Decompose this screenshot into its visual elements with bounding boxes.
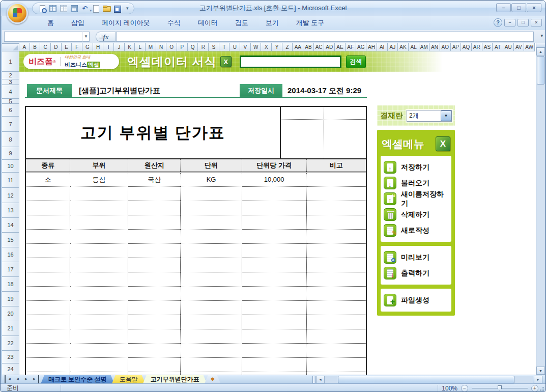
row-header-cell[interactable]: 1: [2, 51, 19, 72]
table-cell[interactable]: [306, 243, 366, 258]
column-header-cell[interactable]: AW: [524, 43, 535, 51]
table-cell[interactable]: [242, 272, 306, 286]
table-header-cell[interactable]: 종류: [26, 159, 70, 172]
table-cell[interactable]: [70, 186, 128, 201]
table-cell[interactable]: [70, 243, 128, 258]
column-header-cell[interactable]: AM: [419, 43, 430, 51]
row-header-cell[interactable]: 13: [2, 203, 19, 218]
help-icon[interactable]: ?: [494, 18, 502, 27]
table-cell[interactable]: [242, 300, 306, 315]
table-cell[interactable]: [26, 315, 70, 329]
table-cell[interactable]: [70, 215, 128, 229]
table-cell[interactable]: [70, 229, 128, 243]
zoom-slider-thumb[interactable]: [498, 385, 502, 391]
table-cell[interactable]: [26, 286, 70, 300]
column-header-cell[interactable]: E: [62, 43, 72, 51]
vertical-scrollbar[interactable]: ▲ ▼: [536, 43, 545, 375]
table-cell[interactable]: [181, 315, 242, 329]
scroll-up-icon[interactable]: ▲: [536, 47, 545, 55]
table-cell[interactable]: 국산: [128, 172, 181, 186]
ribbon-tab-페이지 레이아웃[interactable]: 페이지 레이아웃: [93, 16, 159, 30]
column-header-cell[interactable]: AI: [377, 43, 388, 51]
table-cell[interactable]: [26, 343, 70, 357]
column-header-cell[interactable]: AJ: [388, 43, 398, 51]
table-cell[interactable]: [181, 229, 242, 243]
table-cell[interactable]: [70, 258, 128, 272]
sheet-tab-매크로 보안수준 설명[interactable]: 매크로 보안수준 설명: [41, 375, 114, 384]
worksheet-grid[interactable]: 비즈폼® 대한민국 최대 비즈니스엑셀 엑셀데이터 서식 X 검색 문서제목 […: [19, 51, 535, 375]
table-header-cell[interactable]: 비고: [306, 159, 366, 172]
table-cell[interactable]: [306, 258, 366, 272]
column-header-cell[interactable]: Q: [188, 43, 198, 51]
table-cell[interactable]: [70, 272, 128, 286]
column-header-cell[interactable]: X: [261, 43, 272, 51]
table-cell[interactable]: [70, 343, 128, 357]
column-header-cell[interactable]: AU: [503, 43, 514, 51]
table-cell[interactable]: [128, 215, 181, 229]
column-header-cell[interactable]: AE: [335, 43, 346, 51]
table-cell[interactable]: 등심: [70, 172, 128, 186]
column-header-cell[interactable]: R: [198, 43, 209, 51]
close-button[interactable]: ×: [527, 3, 541, 12]
column-header-cell[interactable]: AR: [472, 43, 482, 51]
column-header-cell[interactable]: C: [40, 43, 51, 51]
table-cell[interactable]: [128, 343, 181, 357]
row-header-cell[interactable]: 3: [2, 79, 19, 85]
scroll-right-icon[interactable]: ►: [534, 376, 542, 383]
table-cell[interactable]: [128, 258, 181, 272]
row-header-cell[interactable]: 6: [2, 104, 19, 117]
column-header-cell[interactable]: AA: [293, 43, 303, 51]
table-cell[interactable]: [242, 186, 306, 201]
column-header-cell[interactable]: AS: [482, 43, 493, 51]
table-cell[interactable]: [181, 201, 242, 215]
row-header-cell[interactable]: 23: [2, 351, 19, 363]
table-cell[interactable]: [306, 229, 366, 243]
table-cell[interactable]: [242, 315, 306, 329]
table-cell[interactable]: [242, 286, 306, 300]
table-cell[interactable]: [26, 229, 70, 243]
table-cell[interactable]: [128, 357, 181, 372]
column-header-cell[interactable]: AN: [429, 43, 440, 51]
row-header-cell[interactable]: 15: [2, 233, 19, 247]
column-header-cell[interactable]: Y: [272, 43, 282, 51]
search-input[interactable]: [240, 55, 341, 68]
table-cell[interactable]: [26, 243, 70, 258]
menu-item-불러오기[interactable]: ↓불러오기: [384, 175, 448, 191]
table-cell[interactable]: [306, 215, 366, 229]
scroll-down-icon[interactable]: ▼: [536, 367, 545, 375]
column-header-cell[interactable]: AC: [314, 43, 325, 51]
ribbon-tab-데이터[interactable]: 데이터: [189, 16, 226, 30]
table-cell[interactable]: 소: [26, 172, 70, 186]
ribbon-tab-수식[interactable]: 수식: [159, 16, 189, 30]
row-header-cell[interactable]: 21: [2, 321, 19, 336]
table-cell[interactable]: [181, 258, 242, 272]
column-header-cell[interactable]: H: [93, 43, 104, 51]
row-header-cell[interactable]: 11: [2, 173, 19, 188]
column-header-cell[interactable]: AV: [514, 43, 525, 51]
row-header-cell[interactable]: 18: [2, 277, 19, 292]
menu-item-출력하기[interactable]: ↓출력하기: [384, 265, 448, 281]
row-header-cell[interactable]: 16: [2, 247, 19, 262]
table-cell[interactable]: [128, 315, 181, 329]
table-cell[interactable]: [306, 300, 366, 315]
table-cell[interactable]: [306, 186, 366, 201]
prev-sheet-button[interactable]: ◄: [13, 375, 22, 383]
row-header-cell[interactable]: 24: [2, 363, 19, 375]
row-header-cell[interactable]: 12: [2, 188, 19, 203]
table-cell[interactable]: [306, 286, 366, 300]
row-header-cell[interactable]: 7: [2, 117, 19, 132]
workbook-restore-button[interactable]: □: [518, 19, 529, 26]
table-cell[interactable]: [242, 229, 306, 243]
ribbon-tab-보기[interactable]: 보기: [257, 16, 288, 30]
table-cell[interactable]: [128, 286, 181, 300]
horizontal-scrollbar[interactable]: ◄ ►: [312, 376, 542, 383]
table-cell[interactable]: [306, 329, 366, 343]
workbook-minimize-button[interactable]: –: [504, 19, 515, 26]
menu-item-삭제하기[interactable]: 삭제하기: [384, 207, 448, 222]
formula-input[interactable]: [116, 32, 534, 42]
select-all-corner[interactable]: [2, 43, 19, 51]
name-box-dropdown-icon[interactable]: ▼: [82, 32, 90, 42]
table-cell[interactable]: [128, 229, 181, 243]
table-cell[interactable]: [26, 186, 70, 201]
zoom-out-icon[interactable]: −: [461, 385, 468, 392]
